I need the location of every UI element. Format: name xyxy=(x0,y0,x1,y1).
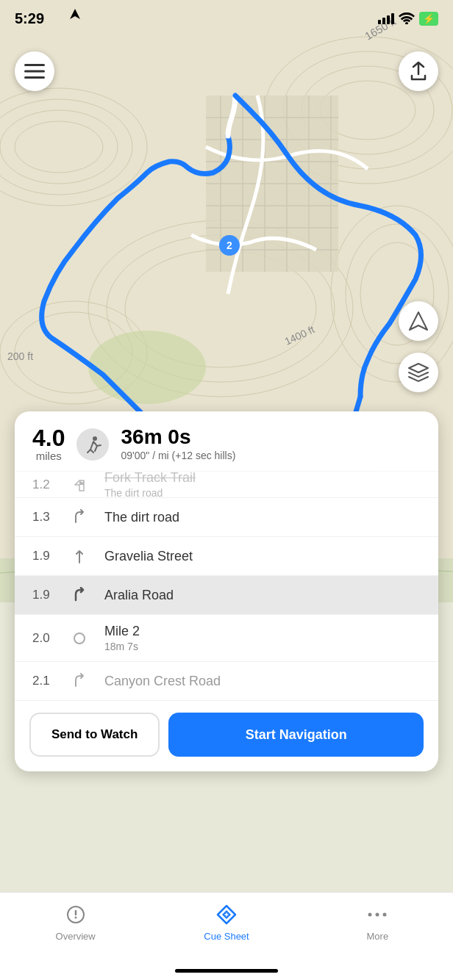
waypoint-2-marker: 2 xyxy=(219,235,240,256)
status-icons: ⚡ xyxy=(378,12,438,26)
layers-button[interactable] xyxy=(399,353,438,392)
route-mile: 1.2 xyxy=(32,478,54,492)
svg-point-46 xyxy=(368,913,372,917)
turn-right-icon xyxy=(69,507,90,527)
status-time: 5:29 xyxy=(15,10,44,27)
time-pace: 09'00" / mi (+12 sec hills) xyxy=(121,450,235,461)
tab-more[interactable]: More xyxy=(302,903,453,942)
panel-actions: Send to Watch Start Navigation xyxy=(15,700,438,771)
send-to-watch-button[interactable]: Send to Watch xyxy=(29,713,160,757)
tab-cuesheet[interactable]: Cue Sheet xyxy=(151,903,302,942)
straight-icon xyxy=(69,546,90,566)
runner-icon xyxy=(83,435,102,454)
svg-text:200 ft: 200 ft xyxy=(7,350,33,362)
route-item-5: 2.0 Mile 2 18m 7s xyxy=(15,614,438,661)
svg-rect-39 xyxy=(24,71,45,73)
hamburger-icon xyxy=(24,64,45,79)
svg-point-41 xyxy=(93,436,97,441)
share-icon xyxy=(410,61,427,82)
tab-overview[interactable]: Overview xyxy=(0,903,151,942)
tab-bar: Overview Cue Sheet More xyxy=(0,892,453,980)
route-name-block: Mile 2 18m 7s xyxy=(104,624,140,652)
route-name-block: Fork Track Trail The dirt road xyxy=(104,471,196,497)
route-name: Canyon Crest Road xyxy=(104,674,421,689)
turn-right-icon xyxy=(69,585,90,605)
cuesheet-icon xyxy=(215,903,238,926)
route-item-1: 1.2 Fork Track Trail The dirt road xyxy=(15,471,438,497)
distance-block: 4.0 miles xyxy=(32,426,65,462)
route-mile: 1.9 xyxy=(32,549,54,563)
tab-more-label: More xyxy=(367,931,389,942)
tab-cuesheet-label: Cue Sheet xyxy=(204,931,249,942)
route-name: Aralia Road xyxy=(104,588,421,603)
route-item-3: 1.9 Gravelia Street xyxy=(15,536,438,575)
signal-bars-icon xyxy=(378,13,394,24)
route-mile: 2.0 xyxy=(32,631,54,646)
layers-icon xyxy=(407,362,429,383)
status-bar: 5:29 ⚡ xyxy=(0,0,453,37)
route-mile: 1.9 xyxy=(32,588,54,602)
distance-value: 4.0 xyxy=(32,426,65,450)
panel-header: 4.0 miles 36m 0s 09'00" / mi (+12 sec hi… xyxy=(15,411,438,471)
svg-rect-40 xyxy=(24,76,45,79)
time-value: 36m 0s xyxy=(121,427,235,447)
distance-label: miles xyxy=(36,450,62,462)
route-panel: 4.0 miles 36m 0s 09'00" / mi (+12 sec hi… xyxy=(15,411,438,771)
route-name: Gravelia Street xyxy=(104,549,421,564)
location-icon xyxy=(408,311,429,331)
time-block: 36m 0s 09'00" / mi (+12 sec hills) xyxy=(121,427,235,461)
svg-rect-38 xyxy=(24,64,45,66)
location-button[interactable] xyxy=(399,301,438,341)
start-navigation-button[interactable]: Start Navigation xyxy=(168,713,424,757)
wifi-icon xyxy=(399,12,415,24)
route-item-6: 2.1 Canyon Crest Road xyxy=(15,661,438,700)
share-button[interactable] xyxy=(399,51,438,91)
turn-icon xyxy=(69,475,90,495)
route-mile: 2.1 xyxy=(32,674,54,688)
route-mile: 1.3 xyxy=(32,510,54,525)
menu-button[interactable] xyxy=(15,51,54,91)
route-item-2: 1.3 The dirt road xyxy=(15,497,438,536)
location-arrow-icon xyxy=(70,9,80,22)
turn-right-icon xyxy=(69,671,90,691)
battery-icon: ⚡ xyxy=(419,12,438,26)
route-name: The dirt road xyxy=(104,510,421,525)
route-item-4: 1.9 Aralia Road xyxy=(15,575,438,614)
circle-icon xyxy=(69,628,90,649)
more-icon xyxy=(365,903,389,926)
activity-icon xyxy=(76,428,109,461)
svg-point-17 xyxy=(88,331,206,404)
home-indicator xyxy=(175,969,278,973)
tab-overview-label: Overview xyxy=(56,931,96,942)
svg-point-45 xyxy=(74,917,76,919)
overview-icon xyxy=(64,903,88,926)
svg-point-47 xyxy=(376,913,379,917)
svg-point-48 xyxy=(383,913,387,917)
route-list: 1.2 Fork Track Trail The dirt road 1.3 T… xyxy=(15,471,438,700)
svg-point-42 xyxy=(74,633,85,644)
